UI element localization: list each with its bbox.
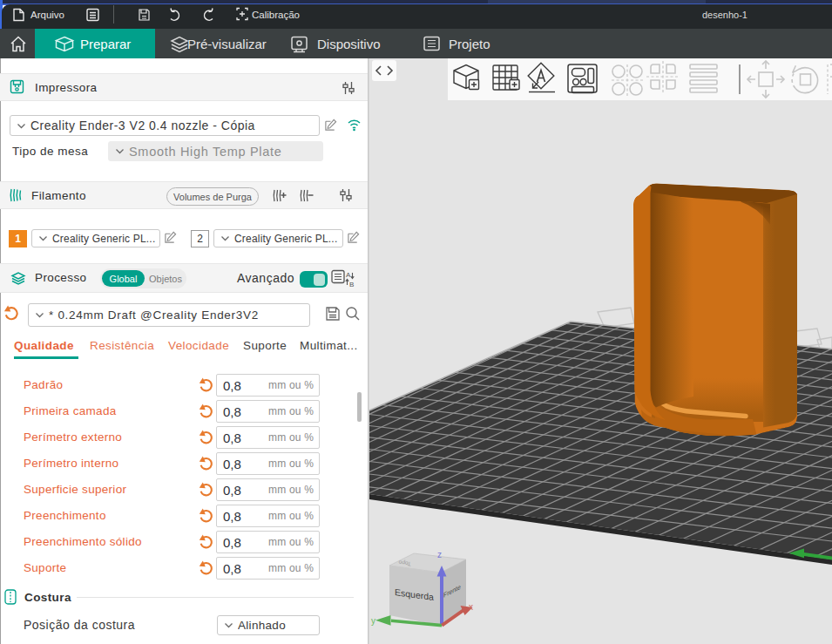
svg-text:A: A xyxy=(346,271,351,279)
svg-text:x: x xyxy=(469,602,473,612)
svg-text:y: y xyxy=(371,616,375,626)
svg-text:B: B xyxy=(349,281,354,288)
svg-text:z: z xyxy=(437,550,442,559)
